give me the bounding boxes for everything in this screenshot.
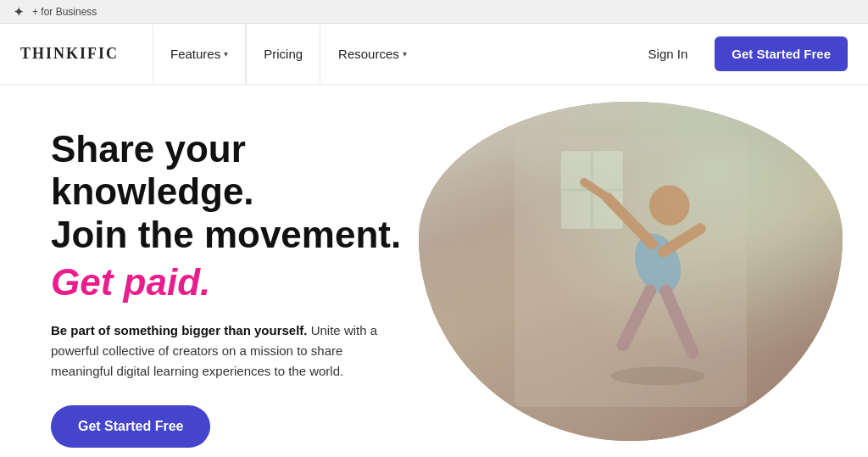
hero-headline: Share your knowledge. Join the movement. [51,128,401,257]
nav-resources[interactable]: Resources ▾ [320,24,425,85]
logo[interactable]: THINKIFIC [20,45,119,63]
business-label: + for Business [32,6,97,18]
business-tab[interactable]: ✦ + for Business [14,5,97,19]
top-bar: ✦ + for Business [0,0,868,24]
hero-subtext: Be part of something bigger than yoursel… [51,320,390,382]
resources-chevron-icon: ▾ [403,49,407,59]
subtext-bold: Be part of something bigger than yoursel… [51,323,308,337]
svg-rect-0 [515,136,747,407]
headline-line1: Share your [51,128,246,170]
svg-point-4 [649,186,690,226]
features-chevron-icon: ▾ [224,49,228,59]
pricing-label: Pricing [264,47,303,61]
svg-point-11 [611,366,704,385]
nav-links: Features ▾ Pricing Resources ▾ [153,24,635,85]
hero-figure-svg [482,136,779,407]
thinkific-icon: ✦ [14,5,24,19]
hero-content: Share your knowledge. Join the movement.… [51,128,401,449]
nav-pricing[interactable]: Pricing [246,24,320,85]
navbar: THINKIFIC Features ▾ Pricing Resources ▾… [0,24,868,85]
sign-in-link[interactable]: Sign In [635,40,702,68]
hero-image-bg [419,102,843,441]
hero-section: Share your knowledge. Join the movement.… [0,85,868,457]
features-label: Features [170,47,220,61]
hero-image [419,102,843,441]
hero-cta-button[interactable]: Get Started Free [51,405,210,448]
headline-pink: Get paid. [51,261,401,304]
nav-features[interactable]: Features ▾ [153,24,246,85]
nav-actions: Sign In Get Started Free [635,36,848,71]
nav-cta-button[interactable]: Get Started Free [715,36,848,71]
resources-label: Resources [338,47,399,61]
headline-line3: Join the movement. [51,214,401,255]
headline-line2: knowledge. [51,170,254,212]
